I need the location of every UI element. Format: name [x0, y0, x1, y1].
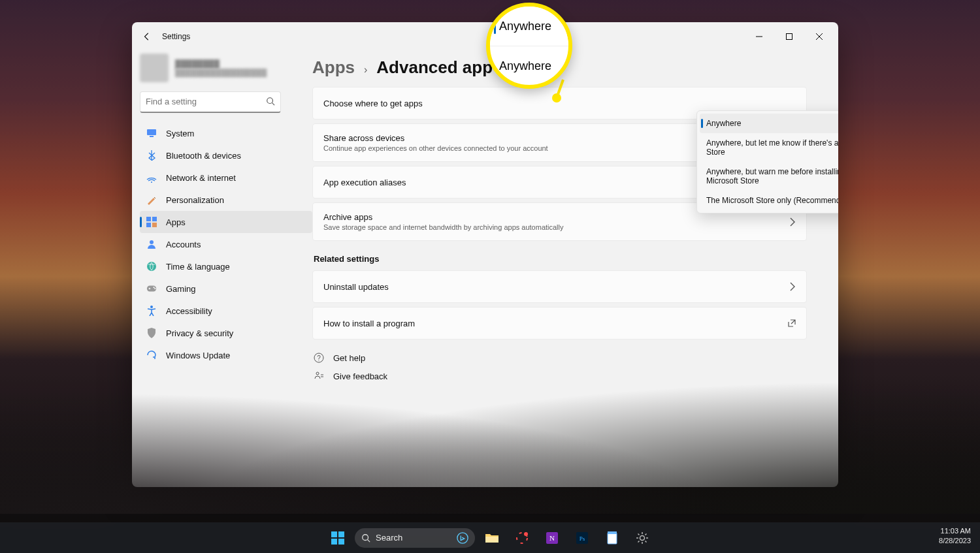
sidebar-item-bluetooth[interactable]: Bluetooth & devices — [140, 144, 312, 166]
taskbar-search-placeholder: Search — [376, 533, 402, 543]
svg-rect-20 — [331, 531, 337, 537]
sidebar-item-privacy[interactable]: Privacy & security — [140, 322, 312, 344]
sidebar-item-update[interactable]: Windows Update — [140, 344, 312, 366]
svg-rect-33 — [608, 533, 617, 544]
search-icon — [266, 97, 275, 106]
related-card[interactable]: Uninstall updates — [312, 270, 807, 303]
sidebar-item-label: Privacy & security — [166, 328, 233, 338]
gaming-icon — [146, 283, 157, 294]
card-title: Share across devices — [323, 133, 548, 143]
minimize-icon — [756, 33, 762, 40]
sidebar-item-apps[interactable]: Apps — [140, 211, 312, 233]
dropdown-option[interactable]: Anywhere, but warn me before installing … — [700, 162, 838, 191]
svg-point-4 — [151, 182, 152, 183]
svg-rect-2 — [147, 129, 156, 135]
back-arrow-icon — [142, 32, 152, 41]
start-button[interactable] — [325, 525, 351, 551]
user-block[interactable]: ████████ ██████████████████ — [140, 51, 312, 91]
windows-logo-icon — [331, 531, 344, 545]
svg-point-35 — [640, 535, 645, 540]
sidebar-item-label: Network & internet — [166, 173, 236, 183]
photoshop-icon: Ps — [576, 532, 588, 544]
sidebar-item-label: Gaming — [166, 284, 196, 294]
back-button[interactable] — [136, 26, 158, 47]
file-explorer-button[interactable] — [479, 525, 505, 551]
sidebar-item-network[interactable]: Network & internet — [140, 166, 312, 189]
svg-point-12 — [153, 287, 154, 288]
dropdown-option[interactable]: Anywhere — [700, 114, 838, 133]
svg-point-24 — [363, 534, 368, 540]
taskbar-search[interactable]: Search — [355, 528, 475, 548]
sidebar: ████████ ██████████████████ SystemBlueto… — [132, 51, 312, 487]
svg-rect-21 — [338, 531, 344, 537]
search-box[interactable] — [140, 91, 281, 113]
sidebar-item-gaming[interactable]: Gaming — [140, 277, 312, 300]
help-link-help[interactable]: ?Get help — [312, 349, 807, 367]
svg-point-17 — [316, 372, 319, 375]
callout-item: Anywhere — [499, 59, 551, 73]
apps-icon — [146, 217, 157, 227]
clock-date: 8/28/2023 — [939, 536, 971, 546]
maximize-button[interactable] — [774, 26, 804, 47]
svg-rect-23 — [338, 539, 344, 545]
onenote-icon: N — [546, 532, 558, 544]
svg-point-9 — [150, 240, 154, 244]
sidebar-item-system[interactable]: System — [140, 122, 312, 144]
photoshop-button[interactable]: Ps — [569, 525, 595, 551]
search-input[interactable] — [140, 92, 269, 110]
svg-rect-7 — [146, 223, 151, 227]
accounts-icon — [146, 239, 157, 249]
onenote-button[interactable]: N — [539, 525, 565, 551]
folder-icon — [485, 532, 499, 544]
update-icon — [146, 350, 157, 360]
feedback-icon — [314, 371, 324, 381]
choose-where-dropdown[interactable]: AnywhereAnywhere, but let me know if the… — [696, 110, 838, 213]
bing-chat-icon — [457, 532, 468, 544]
taskbar-clock[interactable]: 11:03 AM 8/28/2023 — [939, 526, 971, 546]
callout-bubble: Anywhere Anywhere — [486, 3, 572, 89]
snipping-tool-button[interactable] — [509, 525, 535, 551]
sidebar-item-label: System — [166, 129, 194, 138]
sidebar-item-accounts[interactable]: Accounts — [140, 233, 312, 255]
svg-rect-8 — [152, 223, 157, 227]
svg-rect-3 — [150, 136, 154, 137]
svg-rect-5 — [146, 217, 151, 221]
svg-point-28 — [524, 532, 528, 536]
help-icon: ? — [314, 353, 324, 363]
help-link-label: Get help — [333, 353, 365, 363]
close-icon — [816, 33, 823, 40]
chevron-right-icon — [789, 217, 796, 227]
help-link-label: Give feedback — [333, 371, 387, 381]
settings-taskbar-button[interactable] — [629, 525, 655, 551]
help-link-feedback[interactable]: Give feedback — [312, 367, 807, 385]
system-icon — [146, 128, 157, 138]
settings-window: Settings ████████ ██████████████████ — [132, 22, 838, 487]
related-card[interactable]: How to install a program — [312, 307, 807, 340]
svg-rect-0 — [787, 34, 792, 40]
maximize-icon — [786, 33, 792, 40]
sidebar-item-label: Time & language — [166, 262, 230, 272]
sidebar-item-accessibility[interactable]: Accessibility — [140, 300, 312, 322]
external-link-icon — [788, 319, 796, 327]
accessibility-icon — [146, 306, 157, 316]
taskbar: Search N Ps 11:03 AM 8/28/2023 — [0, 522, 980, 553]
card-title: App execution aliases — [323, 178, 406, 187]
svg-text:Ps: Ps — [580, 535, 585, 542]
sidebar-item-time[interactable]: Time & language — [140, 255, 312, 277]
chevron-right-icon: › — [364, 64, 367, 76]
dropdown-option[interactable]: The Microsoft Store only (Recommended) — [700, 191, 838, 210]
bluetooth-icon — [146, 150, 157, 161]
card-title: Uninstall updates — [323, 282, 389, 292]
notepad-button[interactable] — [599, 525, 625, 551]
minimize-button[interactable] — [744, 26, 774, 47]
related-settings-heading: Related settings — [314, 254, 807, 264]
svg-rect-6 — [152, 217, 157, 221]
dropdown-option[interactable]: Anywhere, but let me know if there's a c… — [700, 133, 838, 162]
avatar — [140, 54, 169, 82]
close-button[interactable] — [804, 26, 834, 47]
user-email: ██████████████████ — [175, 69, 267, 76]
sidebar-item-personalization[interactable]: Personalization — [140, 189, 312, 211]
sidebar-item-label: Windows Update — [166, 351, 230, 360]
breadcrumb-parent[interactable]: Apps — [312, 57, 355, 78]
svg-rect-22 — [331, 539, 337, 545]
